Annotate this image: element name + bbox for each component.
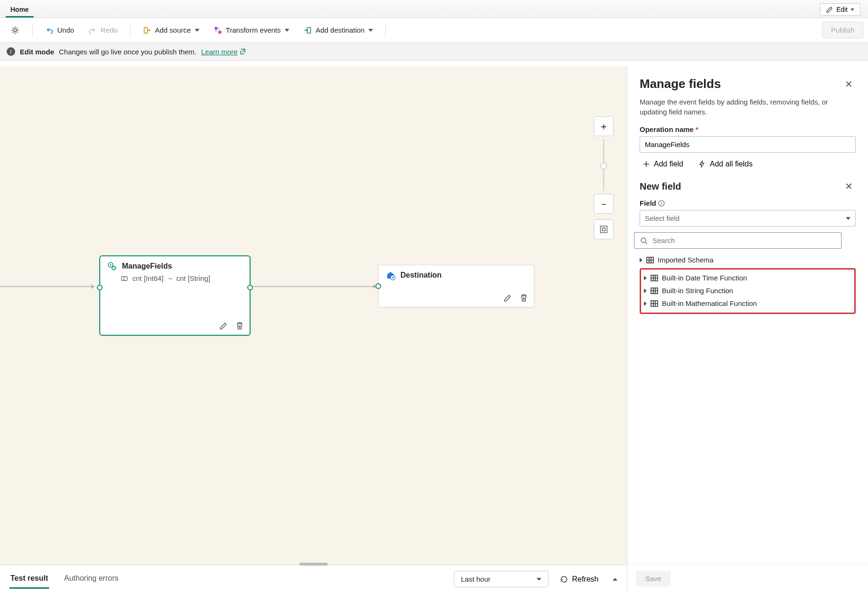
redo-icon <box>88 26 97 35</box>
publish-button[interactable]: Publish <box>822 22 863 38</box>
node-destination[interactable]: Destination <box>378 265 534 307</box>
info-icon[interactable]: i <box>658 200 665 207</box>
table-icon <box>651 275 658 281</box>
chevron-down-icon <box>195 29 200 32</box>
close-panel-button[interactable]: ✕ <box>842 78 856 90</box>
source-icon <box>143 26 151 35</box>
caret-down-icon <box>851 9 854 11</box>
add-destination-label: Add destination <box>316 26 365 34</box>
field-select[interactable]: Select field <box>640 210 856 227</box>
time-range-dropdown[interactable]: Last hour <box>454 571 548 587</box>
tree-label: Built-in String Function <box>662 287 733 295</box>
chevron-down-icon <box>537 578 541 581</box>
svg-rect-7 <box>122 277 127 280</box>
arrow-right-icon: → <box>166 274 174 282</box>
refresh-icon <box>560 575 568 584</box>
chevron-right-icon <box>644 288 647 293</box>
field-search-input[interactable] <box>651 236 836 245</box>
add-field-label: Add field <box>654 160 683 168</box>
panel-resize-handle[interactable] <box>299 563 328 566</box>
chevron-right-icon <box>640 258 642 262</box>
chevron-right-icon <box>644 301 647 306</box>
tab-authoring-errors[interactable]: Authoring errors <box>63 569 120 589</box>
zoom-out-button[interactable]: － <box>594 194 614 214</box>
svg-rect-1 <box>215 27 217 30</box>
input-port[interactable] <box>97 285 103 290</box>
ribbon-tabs: Home Edit <box>0 0 868 18</box>
add-destination-button[interactable]: Add destination <box>298 23 379 37</box>
tree-label: Imported Schema <box>658 256 713 264</box>
zoom-slider-track[interactable] <box>603 139 604 191</box>
tree-string-functions[interactable]: Built-in String Function <box>644 284 851 297</box>
destination-icon <box>304 26 312 35</box>
lightning-icon <box>698 160 706 168</box>
expand-panel-button[interactable] <box>613 578 617 581</box>
refresh-button[interactable]: Refresh <box>557 575 601 584</box>
field-search[interactable] <box>634 232 842 249</box>
fit-view-button[interactable] <box>594 219 614 239</box>
node-title: ManageFields <box>122 262 172 270</box>
delete-node-button[interactable] <box>234 321 245 331</box>
external-link-icon <box>239 48 246 55</box>
svg-point-2 <box>218 30 221 34</box>
field-rename-icon <box>121 275 130 282</box>
settings-button[interactable] <box>5 23 26 38</box>
table-icon <box>646 257 654 263</box>
search-icon <box>640 237 648 244</box>
svg-point-6 <box>113 268 114 269</box>
fit-icon <box>599 225 608 234</box>
field-select-placeholder: Select field <box>645 214 679 222</box>
svg-point-0 <box>14 29 17 32</box>
schema-tree: Imported Schema Built-in Date Time Funct… <box>640 253 856 314</box>
tree-math-functions[interactable]: Built-in Mathematical Function <box>644 297 851 310</box>
transform-events-button[interactable]: Transform events <box>208 23 295 37</box>
redo-button[interactable]: Redo <box>83 23 123 37</box>
add-source-button[interactable]: Add source <box>137 23 205 37</box>
operation-name-label: Operation name* <box>640 125 856 133</box>
gear-icon <box>10 26 20 35</box>
operation-name-input[interactable] <box>640 136 856 153</box>
edit-dropdown-button[interactable]: Edit <box>820 3 860 16</box>
edit-button-label: Edit <box>836 6 848 13</box>
tree-imported-schema[interactable]: Imported Schema <box>640 253 856 266</box>
field-to: cnt [String] <box>176 274 210 282</box>
add-all-fields-button[interactable]: Add all fields <box>695 159 755 169</box>
node-title: Destination <box>400 271 442 279</box>
chevron-down-icon <box>846 217 851 220</box>
add-field-button[interactable]: Add field <box>640 159 686 169</box>
zoom-in-button[interactable]: ＋ <box>594 116 614 136</box>
undo-button[interactable]: Undo <box>39 23 80 37</box>
learn-more-label: Learn more <box>201 48 238 56</box>
delete-node-button[interactable] <box>519 293 529 303</box>
redo-label: Redo <box>101 26 118 34</box>
node-managefields[interactable]: ManageFields cnt [Int64] → cnt [String] <box>99 255 251 336</box>
zoom-slider-thumb[interactable] <box>600 163 607 169</box>
svg-rect-9 <box>600 226 607 233</box>
separator <box>385 23 386 37</box>
tree-label: Built-in Mathematical Function <box>662 299 757 307</box>
tab-test-result[interactable]: Test result <box>9 569 49 589</box>
plus-icon <box>642 160 650 168</box>
close-new-field-button[interactable]: ✕ <box>842 180 856 192</box>
flow-canvas[interactable]: ManageFields cnt [Int64] → cnt [String] <box>0 66 627 565</box>
transform-label: Transform events <box>226 26 281 34</box>
table-icon <box>651 288 658 294</box>
output-port[interactable] <box>247 285 253 290</box>
learn-more-link[interactable]: Learn more <box>201 48 246 56</box>
refresh-label: Refresh <box>572 575 599 584</box>
svg-point-5 <box>110 264 112 266</box>
toolbar: Undo Redo Add source Transform events Ad… <box>0 18 868 43</box>
tree-datetime-functions[interactable]: Built-in Date Time Function <box>644 271 851 284</box>
save-button[interactable]: Save <box>636 571 671 586</box>
field-label: Field i <box>640 199 856 207</box>
edge <box>0 286 95 287</box>
svg-point-13 <box>641 238 646 243</box>
trash-icon <box>520 294 528 302</box>
edit-node-button[interactable] <box>218 321 229 331</box>
edit-node-button[interactable] <box>503 293 513 303</box>
input-port[interactable] <box>375 283 381 289</box>
new-field-header: New field <box>640 181 681 192</box>
chevron-down-icon <box>368 29 373 32</box>
tab-home[interactable]: Home <box>6 2 34 17</box>
svg-rect-10 <box>602 228 605 231</box>
